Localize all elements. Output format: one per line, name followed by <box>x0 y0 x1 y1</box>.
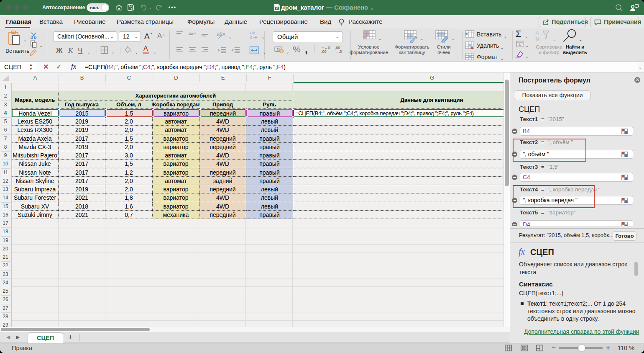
svg-text:А: А <box>535 29 539 36</box>
svg-text:c: c <box>250 35 253 40</box>
svg-text:,00: ,00 <box>321 49 327 54</box>
svg-text:Я: Я <box>535 36 539 42</box>
svg-text:→,0: →,0 <box>335 49 342 54</box>
